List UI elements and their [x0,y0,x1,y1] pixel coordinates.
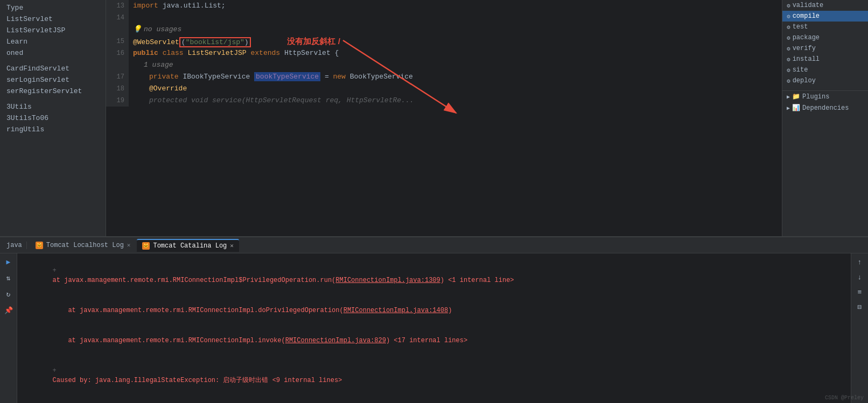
tab-close-icon[interactable]: ✕ [127,242,131,249]
maven-panel: ⚙ validate ⚙ compile ⚙ test ⚙ package ⚙ … [782,0,868,236]
code-line-hint-1: 💡no usages [133,24,782,36]
log-line: at javax.management.remote.rmi.RMIConnec… [22,326,846,356]
log-line-caused-1: + Caused by: java.lang.IllegalStateExcep… [22,356,846,395]
sidebar-item-3utilsto06[interactable]: 3UtilsTo06 [0,112,106,124]
tomcat-icon-2: 🐱 [142,242,150,250]
code-line-19: protected void service(HttpServletReques… [133,95,782,107]
arrow-up-icon[interactable]: ↑ [853,256,866,268]
code-line-18: @Override [133,83,782,95]
code-lines: import java.util.List; 💡no usages @WebSe… [129,0,782,107]
java-label: java [2,242,27,249]
expand-icon[interactable]: + [53,367,57,374]
sidebar-item-registerservlet[interactable]: serRegisterServlet [0,86,106,97]
maven-package[interactable]: ⚙ package [782,32,868,43]
maven-validate[interactable]: ⚙ validate [782,0,868,11]
gear-icon: ⚙ [787,13,790,20]
tab-close-icon-2[interactable]: ✕ [230,242,234,249]
gear-icon: ⚙ [787,24,790,31]
arrow-down-icon[interactable]: ↓ [853,271,866,284]
code-content: 13 14 -- 15 16 -- 17 18 19 import java.u… [106,0,782,236]
scroll-icon[interactable]: ⇅ [2,272,15,285]
sidebar-item-listservletjsp[interactable]: ListServletJSP [0,25,106,36]
bottom-left-icons: ▶ ⇅ ↻ 📌 [0,253,17,403]
tomcat-icon: 🐱 [36,242,43,249]
code-line-17: private IBookTypeService bookTypeService… [133,71,782,83]
line-numbers: 13 14 -- 15 16 -- 17 18 19 [106,0,129,107]
code-editor: 13 14 -- 15 16 -- 17 18 19 import java.u… [106,0,782,236]
gear-icon: ⚙ [787,67,790,74]
gear-icon: ⚙ [787,34,790,41]
maven-site[interactable]: ⚙ site [782,65,868,75]
bottom-panel: java 🐱 Tomcat Localhost Log ✕ 🐱 Tomcat C… [0,236,868,403]
log-line-more-1: ... 35 more [22,395,846,403]
plugins-icon: 📁 [792,93,800,101]
code-line-14 [133,12,782,24]
gear-icon: ⚙ [787,77,790,84]
sidebar-item-3utils[interactable]: 3Utils [0,101,106,112]
maven-test[interactable]: ⚙ test [782,22,868,32]
file-tree-sidebar: Type ListServlet ListServletJSP Learn on… [0,0,106,236]
code-line-15: @WebServlet("bookList/jsp") 没有加反斜杠 / [133,36,782,47]
log-line: + at javax.management.remote.rmi.RMIConn… [22,256,846,295]
watermark: CSDN @Preley [825,395,864,401]
gear-icon: ⚙ [787,45,790,52]
log-line: at javax.management.remote.rmi.RMIConnec… [22,295,846,326]
code-line-16: public class ListServletJSP extends Http… [133,47,782,59]
maven-plugins-group[interactable]: ▶ 📁 Plugins [782,91,868,102]
refresh-icon[interactable]: ↻ [2,288,15,301]
filter-icon[interactable]: ⊟ [853,301,866,314]
sidebar-item-ringutils[interactable]: ringUtils [0,124,106,135]
maven-verify[interactable]: ⚙ verify [782,43,868,54]
sidebar-item-oned[interactable]: oned [0,47,106,59]
code-line-hint-2: 1 usage [133,59,782,71]
sidebar-item-cardservlet[interactable]: CardFindServlet [0,63,106,74]
chevron-right-icon: ▶ [787,94,790,100]
maven-compile[interactable]: ⚙ compile [782,11,868,22]
tab-tomcat-localhost[interactable]: 🐱 Tomcat Localhost Log ✕ [30,239,136,251]
bottom-right-icons: ↑ ↓ ≡ ⊟ [851,253,868,403]
gear-icon: ⚙ [787,56,790,63]
gear-icon: ⚙ [787,2,790,9]
code-line-13: import java.util.List; [133,0,782,12]
list-icon[interactable]: ≡ [853,286,866,299]
sidebar-item-type[interactable]: Type [0,2,106,13]
expand-icon[interactable]: + [53,267,57,274]
maven-install[interactable]: ⚙ install [782,54,868,65]
sidebar-item-learn[interactable]: Learn [0,36,106,47]
scroll-up-icon[interactable]: ▶ [2,256,15,268]
log-content[interactable]: + at javax.management.remote.rmi.RMIConn… [17,253,851,403]
dependencies-icon: 📊 [792,104,800,112]
sidebar-item-listservlet[interactable]: ListServlet [0,13,106,25]
bottom-panel-inner: ▶ ⇅ ↻ 📌 + at javax.management.remote.rmi… [0,253,868,403]
maven-deploy[interactable]: ⚙ deploy [782,75,868,86]
log-tab-bar: java 🐱 Tomcat Localhost Log ✕ 🐱 Tomcat C… [0,237,868,253]
tab-tomcat-catalina[interactable]: 🐱 Tomcat Catalina Log ✕ [137,239,239,252]
chevron-right-icon: ▶ [787,105,790,111]
maven-dependencies-group[interactable]: ▶ 📊 Dependencies [782,102,868,114]
sidebar-item-loginservlet[interactable]: serLoginServlet [0,74,106,86]
pin-icon[interactable]: 📌 [2,304,15,317]
